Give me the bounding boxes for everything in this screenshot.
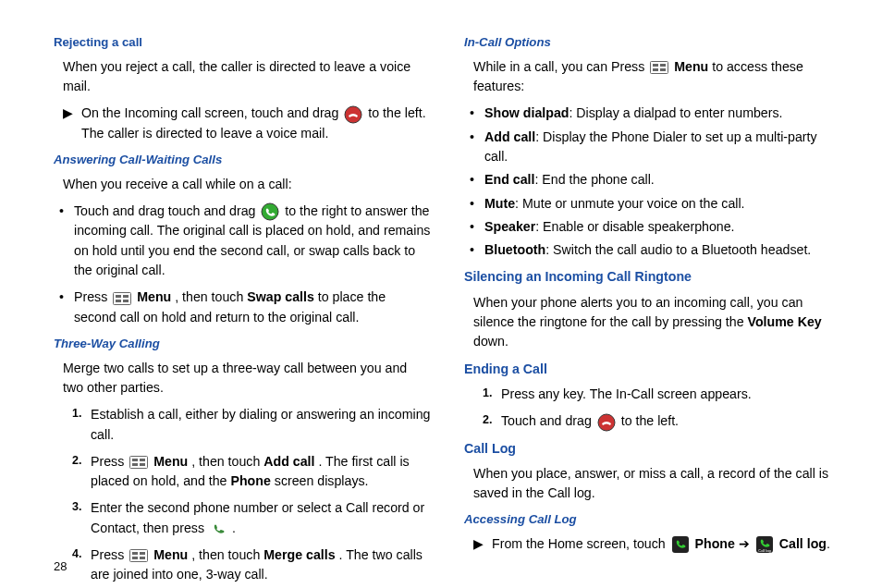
bullet: • — [464, 194, 484, 214]
heading-three-way: Three-Way Calling — [54, 335, 431, 353]
text: On the Incoming call screen, touch and d… — [81, 105, 342, 120]
text: : Mute or unmute your voice on the call. — [515, 196, 744, 211]
text-bold: Speaker — [484, 219, 535, 234]
paragraph: Merge two calls to set up a three-way ca… — [63, 359, 431, 398]
number-bullet: 2. — [54, 452, 91, 492]
heading-call-waiting: Answering Call-Waiting Calls — [54, 151, 431, 169]
bullet: • — [464, 128, 484, 167]
text: . — [827, 536, 830, 551]
list-item: •Mute: Mute or unmute your voice on the … — [464, 194, 841, 214]
dial-icon — [210, 521, 227, 537]
text-bold: Show dialpad — [484, 105, 569, 120]
svg-rect-10 — [132, 463, 138, 466]
svg-rect-4 — [123, 295, 129, 298]
paragraph: When you reject a call, the caller is di… — [63, 57, 431, 97]
paragraph: When you receive a call while on a call: — [63, 175, 431, 194]
svg-rect-3 — [116, 295, 121, 298]
svg-rect-2 — [114, 292, 131, 304]
call-log-app-icon: Call log — [755, 535, 774, 554]
page-number: 28 — [54, 557, 67, 576]
list-item: 4. Press Menu , then touch Merge calls .… — [54, 545, 431, 585]
triangle-bullet: ▶ — [54, 104, 81, 143]
list-item: •Bluetooth: Switch the call audio to a B… — [464, 240, 841, 260]
heading-silencing: Silencing an Incoming Call Ringtone — [464, 267, 841, 287]
svg-rect-18 — [653, 64, 658, 67]
heading-incall-options: In-Call Options — [464, 33, 841, 52]
right-column: In-Call Options While in a call, you can… — [464, 30, 841, 588]
left-column: Rejecting a call When you reject a call,… — [54, 30, 431, 588]
text: Press any key. The In-Call screen appear… — [501, 386, 752, 401]
text: , then touch — [191, 454, 263, 469]
list-item: • Touch and drag touch and drag to the r… — [54, 202, 431, 280]
text: to the left. — [621, 413, 679, 428]
svg-rect-14 — [140, 552, 145, 555]
text: From the Home screen, touch — [492, 536, 669, 551]
text: While in a call, you can Press — [473, 59, 648, 74]
text: Touch and drag touch and drag — [74, 203, 259, 218]
text: Press — [74, 289, 111, 304]
phone-hangup-icon — [597, 413, 616, 432]
menu-icon — [650, 61, 668, 74]
svg-rect-11 — [140, 463, 145, 466]
arrow-icon: ➔ — [739, 536, 753, 551]
svg-rect-5 — [116, 300, 121, 302]
text-bold: Volume Key — [748, 314, 822, 329]
text-bold: Menu — [674, 59, 708, 74]
text: down. — [473, 334, 508, 349]
text: : Enable or disable speakerphone. — [535, 219, 734, 234]
bullet: • — [464, 217, 484, 237]
heading-rejecting-call: Rejecting a call — [54, 33, 431, 52]
text-bold: Menu — [153, 547, 188, 562]
text-bold: Phone — [695, 536, 735, 551]
text-bold: Mute — [484, 196, 515, 211]
text-bold: Swap calls — [247, 289, 314, 304]
svg-rect-6 — [123, 300, 129, 302]
menu-icon — [113, 292, 131, 305]
phone-hangup-icon — [344, 105, 362, 124]
text: Enter the second phone number or select … — [91, 500, 424, 534]
list-item: •Show dialpad: Display a dialpad to ente… — [464, 104, 841, 123]
svg-rect-21 — [660, 68, 666, 71]
paragraph: When you place, answer, or miss a call, … — [473, 464, 841, 504]
bullet: • — [464, 170, 484, 190]
menu-icon — [129, 549, 148, 562]
text: , then touch — [175, 289, 247, 304]
number-bullet: 3. — [54, 498, 91, 538]
list-item: 1. Establish a call, either by dialing o… — [54, 405, 431, 445]
text: Press — [91, 547, 128, 562]
text-bold: Call log — [779, 536, 827, 551]
number-bullet: 1. — [54, 405, 91, 445]
heading-ending-call: Ending a Call — [464, 360, 841, 379]
list-item: ▶ From the Home screen, touch Phone ➔ Ca… — [464, 534, 841, 554]
svg-rect-16 — [140, 557, 145, 559]
text-bold: Merge calls — [263, 547, 335, 562]
svg-rect-17 — [651, 62, 668, 74]
text: Touch and drag — [501, 413, 595, 428]
bullet: • — [464, 104, 484, 123]
triangle-bullet: ▶ — [464, 534, 492, 554]
heading-call-log: Call Log — [464, 439, 841, 459]
svg-point-1 — [262, 203, 278, 220]
svg-rect-15 — [132, 557, 138, 559]
number-bullet: 2. — [464, 411, 501, 431]
svg-rect-12 — [130, 550, 148, 562]
phone-app-icon — [671, 535, 690, 554]
paragraph: When your phone alerts you to an incomin… — [473, 293, 841, 352]
text-bold: Add call — [484, 129, 535, 144]
text: : End the phone call. — [534, 172, 654, 187]
text: screen displays. — [275, 473, 369, 488]
heading-accessing-log: Accessing Call Log — [464, 510, 841, 529]
svg-rect-19 — [660, 64, 666, 67]
menu-icon — [129, 456, 148, 469]
svg-rect-7 — [130, 457, 148, 469]
text: Press — [91, 454, 128, 469]
svg-text:Call log: Call log — [758, 548, 770, 553]
phone-answer-icon — [261, 202, 279, 221]
list-item: • Press Menu , then touch Swap calls to … — [54, 288, 431, 327]
list-item: 2. Press Menu , then touch Add call . Th… — [54, 452, 431, 492]
svg-rect-23 — [672, 536, 689, 553]
svg-rect-20 — [653, 68, 658, 71]
paragraph: While in a call, you can Press Menu to a… — [473, 57, 841, 97]
text: : Switch the call audio to a Bluetooth h… — [545, 242, 811, 257]
text: . — [232, 521, 236, 535]
